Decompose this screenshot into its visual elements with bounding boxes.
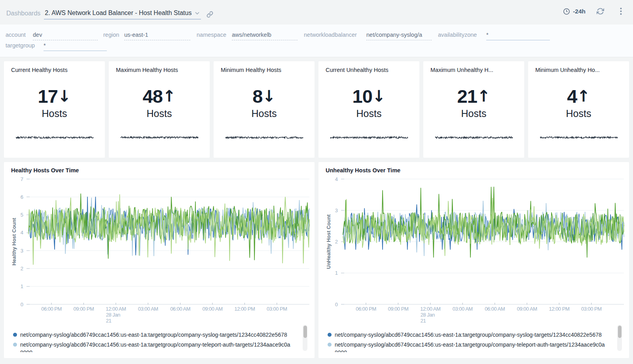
legend-item[interactable]: net/company-syslog/abcd6749ccac1456:us-e… <box>13 341 309 352</box>
legend-label: net/company-syslog/abcd6749ccac1456:us-e… <box>335 341 606 352</box>
filter-label: namespace <box>197 32 226 38</box>
chart-panel-1: Unhealthy Hosts Over Time4321006:00 PM09… <box>318 162 629 358</box>
stat-panel-0: Current Healthy Hosts17↓Hosts <box>4 61 105 158</box>
stat-value: 10↓ <box>318 85 419 107</box>
svg-text:03:00 PM: 03:00 PM <box>267 306 287 312</box>
legend-scrollbar-thumb[interactable] <box>303 326 307 338</box>
refresh-icon[interactable] <box>597 8 604 15</box>
legend-dot <box>13 333 17 337</box>
filter-label: targetgroup <box>6 42 35 49</box>
svg-text:28 Jan: 28 Jan <box>421 312 435 318</box>
svg-text:12:00 AM: 12:00 AM <box>420 306 440 312</box>
stat-sparkline <box>330 134 408 141</box>
stat-panel-title: Minimum Healthy Hosts <box>221 67 310 73</box>
svg-text:12:00 AM: 12:00 AM <box>106 306 126 312</box>
legend-dot <box>328 343 332 347</box>
svg-text:03:00 AM: 03:00 AM <box>138 306 158 312</box>
legend-scrollbar[interactable] <box>303 325 307 351</box>
legend-dot <box>328 333 332 337</box>
legend-scrollbar[interactable] <box>617 325 622 351</box>
stat-panel-2: Minimum Healthy Hosts8↓Hosts <box>214 61 315 158</box>
stat-unit: Hosts <box>109 108 210 119</box>
filter-value[interactable]: * <box>486 32 550 40</box>
legend-item[interactable]: net/company-syslog/abcd6749ccac1456:us-e… <box>328 341 623 352</box>
svg-text:4: 4 <box>21 230 23 236</box>
arrow-down-icon: ↓ <box>58 87 71 105</box>
filter-label: region <box>103 32 119 38</box>
legend-label: net/company-syslog/abcd6749ccac1456:us-e… <box>335 331 606 339</box>
svg-text:21: 21 <box>106 318 112 324</box>
svg-text:3: 3 <box>21 248 23 254</box>
svg-text:09:00 AM: 09:00 AM <box>517 306 537 312</box>
svg-text:03:00 PM: 03:00 PM <box>581 306 602 312</box>
stat-value: 8↓ <box>214 85 315 107</box>
stat-unit: Hosts <box>214 108 315 119</box>
arrow-up-icon: ↑ <box>477 87 491 105</box>
stat-value: 48↑ <box>109 85 210 107</box>
svg-text:4: 4 <box>335 176 338 182</box>
time-range-label[interactable]: -24h <box>573 8 586 15</box>
svg-text:1: 1 <box>21 283 23 289</box>
kebab-menu-icon[interactable] <box>620 8 622 15</box>
stat-unit: Hosts <box>528 108 629 119</box>
dashboard-title-dropdown[interactable]: 2. AWS Network Load Balancer - Host Heal… <box>44 9 201 19</box>
stat-panel-title: Current Healthy Hosts <box>11 67 100 73</box>
filter-value[interactable]: net/company-syslog/a <box>366 32 432 40</box>
stat-panel-title: Maximum Healthy Hosts <box>116 67 205 73</box>
breadcrumb: Dashboards <box>6 10 40 17</box>
stat-unit: Hosts <box>4 108 105 119</box>
legend-scrollbar-thumb[interactable] <box>618 326 622 338</box>
chevron-down-icon <box>195 12 199 15</box>
filter-label: networkloadbalancer <box>304 32 357 38</box>
chart-plot[interactable]: 7654321006:00 PM09:00 PM12:00 AM28 Jan21… <box>4 162 315 326</box>
arrow-up-icon: ↑ <box>577 87 590 105</box>
svg-text:2: 2 <box>21 266 23 272</box>
svg-text:09:00 PM: 09:00 PM <box>74 306 94 312</box>
svg-text:0: 0 <box>335 302 338 307</box>
svg-text:12:00 PM: 12:00 PM <box>235 306 255 312</box>
stat-value: 17↓ <box>4 85 105 107</box>
stat-panel-5: Minimum Unhealthy Ho...4↑Hosts <box>528 61 629 158</box>
svg-text:0: 0 <box>21 302 23 307</box>
page-title: 2. AWS Network Load Balancer - Host Heal… <box>45 9 191 17</box>
arrow-up-icon: ↑ <box>163 87 176 105</box>
svg-text:06:00 PM: 06:00 PM <box>41 306 62 312</box>
stat-value: 21↑ <box>423 85 524 107</box>
stat-unit: Hosts <box>318 108 419 119</box>
stat-number: 21 <box>457 86 477 107</box>
stat-sparkline <box>225 134 303 141</box>
svg-text:28 Jan: 28 Jan <box>106 312 120 318</box>
legend-item[interactable]: net/company-syslog/abcd6749ccac1456:us-e… <box>13 331 309 339</box>
stat-unit: Hosts <box>423 108 524 119</box>
svg-text:3: 3 <box>335 207 338 213</box>
stat-panel-title: Current Unhealthy Hosts <box>326 67 415 73</box>
stat-panel-4: Maximum Unhealthy H...21↑Hosts <box>423 61 524 158</box>
svg-text:06:00 AM: 06:00 AM <box>170 306 190 312</box>
stat-panels-row: Current Healthy Hosts17↓HostsMaximum Hea… <box>4 61 629 158</box>
chart-panel-0: Healthy Hosts Over Time7654321006:00 PM0… <box>4 162 315 358</box>
svg-text:7: 7 <box>21 176 23 182</box>
stat-sparkline <box>435 134 513 141</box>
chart-legend: net/company-syslog/abcd6749ccac1456:us-e… <box>13 331 309 352</box>
filter-value[interactable]: dev <box>33 32 98 40</box>
clock-icon[interactable] <box>563 8 570 15</box>
svg-text:06:00 PM: 06:00 PM <box>356 306 376 312</box>
chart-plot[interactable]: 4321006:00 PM09:00 PM12:00 AM28 Jan2103:… <box>318 162 629 326</box>
filter-value[interactable]: aws/networkelb <box>232 32 298 40</box>
stat-panel-1: Maximum Healthy Hosts48↑Hosts <box>109 61 210 158</box>
stat-value: 4↑ <box>528 85 629 107</box>
link-icon[interactable] <box>207 11 213 18</box>
filter-value[interactable]: us-east-1 <box>124 32 190 40</box>
svg-text:1: 1 <box>335 270 338 276</box>
arrow-down-icon: ↓ <box>372 87 386 105</box>
svg-text:21: 21 <box>421 318 426 324</box>
legend-item[interactable]: net/company-syslog/abcd6749ccac1456:us-e… <box>328 331 623 339</box>
stat-panel-title: Maximum Unhealthy H... <box>430 67 519 73</box>
svg-text:UnHealthy Host Count: UnHealthy Host Count <box>326 214 332 269</box>
svg-text:03:00 AM: 03:00 AM <box>453 306 473 312</box>
filter-label: account <box>6 32 26 38</box>
legend-dot <box>13 343 17 347</box>
dashboard-header: Dashboards 2. AWS Network Load Balancer … <box>0 0 633 23</box>
stat-sparkline <box>15 134 94 141</box>
filter-value[interactable]: * <box>44 42 107 51</box>
